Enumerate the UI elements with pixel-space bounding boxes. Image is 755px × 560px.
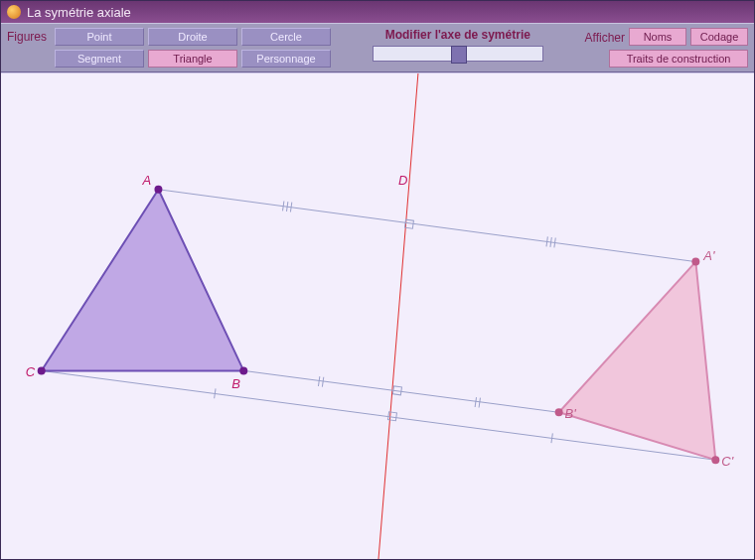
label-a: A — [141, 173, 151, 188]
segment-button[interactable]: Segment — [55, 50, 144, 68]
label-c-prime: C' — [721, 454, 733, 469]
triangle-abc[interactable] — [42, 190, 244, 371]
svg-line-8 — [554, 238, 555, 248]
label-a-prime: A' — [702, 248, 715, 263]
svg-line-5 — [290, 203, 291, 212]
triangle-abc-prime[interactable] — [559, 262, 716, 461]
app-logo-icon — [7, 5, 21, 19]
figure-buttons-grid: Point Droite Cercle Segment Triangle Per… — [55, 28, 331, 68]
point-b-prime[interactable] — [555, 408, 563, 416]
svg-line-13 — [215, 388, 216, 398]
point-b[interactable] — [239, 366, 247, 374]
label-c: C — [26, 364, 36, 379]
label-b-prime: B' — [565, 406, 577, 421]
equal-length-ticks — [215, 202, 556, 444]
traits-construction-button[interactable]: Traits de construction — [609, 50, 748, 68]
geometry-svg: A B C D A' B' C' — [1, 73, 754, 559]
label-b: B — [231, 376, 240, 391]
figures-group-label: Figures — [7, 28, 47, 44]
svg-line-6 — [546, 236, 547, 246]
construction-line-a — [158, 190, 695, 262]
svg-line-9 — [318, 376, 319, 386]
symmetry-axis[interactable] — [378, 73, 418, 559]
droite-button[interactable]: Droite — [148, 28, 237, 46]
title-bar: La symétrie axiale — [1, 1, 754, 23]
svg-line-7 — [550, 237, 551, 247]
modifier-axis-label: Modifier l'axe de symétrie — [385, 28, 530, 42]
personnage-button[interactable]: Personnage — [241, 50, 331, 68]
toolbar: Figures Point Droite Cercle Segment Tria… — [1, 23, 754, 72]
svg-line-14 — [551, 433, 552, 443]
afficher-label: Afficher — [585, 29, 625, 45]
geometry-canvas[interactable]: A B C D A' B' C' — [1, 72, 754, 559]
window-title: La symétrie axiale — [27, 5, 131, 20]
svg-line-11 — [475, 397, 476, 407]
slider-thumb-icon[interactable] — [451, 46, 467, 64]
point-c-prime[interactable] — [711, 456, 719, 464]
axis-slider[interactable] — [373, 46, 543, 62]
svg-line-10 — [322, 377, 323, 387]
codage-button[interactable]: Codage — [690, 28, 748, 46]
triangle-button[interactable]: Triangle — [148, 50, 237, 68]
point-c[interactable] — [38, 366, 46, 374]
svg-line-3 — [283, 202, 284, 211]
svg-line-12 — [479, 398, 480, 408]
point-button[interactable]: Point — [55, 28, 144, 46]
point-a[interactable] — [154, 186, 162, 194]
svg-line-4 — [286, 202, 287, 211]
cercle-button[interactable]: Cercle — [241, 28, 331, 46]
point-a-prime[interactable] — [691, 258, 699, 266]
display-options-group: Afficher Noms Codage Traits de construct… — [585, 28, 748, 68]
label-d: D — [398, 173, 407, 188]
axis-modifier-group: Modifier l'axe de symétrie — [339, 28, 577, 62]
noms-button[interactable]: Noms — [629, 28, 686, 46]
